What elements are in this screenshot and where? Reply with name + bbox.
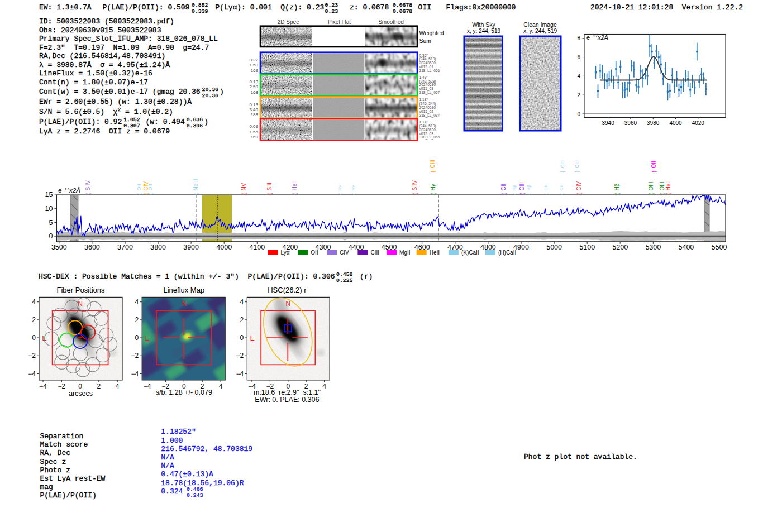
svg-text:2.59: 2.59 xyxy=(249,84,258,89)
svg-text:= 1.0(±0.2): = 1.0(±0.2) xyxy=(121,108,173,116)
svg-text:Weighted: Weighted xyxy=(419,30,444,36)
svg-text:5100: 5100 xyxy=(579,243,595,251)
svg-text:−4: −4 xyxy=(144,382,151,390)
svg-text:CIII: CIII xyxy=(430,160,436,169)
svg-text:0.852: 0.852 xyxy=(192,2,208,8)
svg-text:318_LL_056: 318_LL_056 xyxy=(419,135,440,140)
svg-text:{: { xyxy=(659,193,665,195)
svg-text:MgII: MgII xyxy=(399,250,410,256)
svg-text:20.36: 20.36 xyxy=(202,93,219,99)
svg-text:OII: OII xyxy=(651,161,657,168)
svg-text:−2: −2 xyxy=(58,382,65,390)
svg-text:−4: −4 xyxy=(28,370,36,378)
svg-text:2D Spec: 2D Spec xyxy=(278,19,299,25)
svg-text:1.55: 1.55 xyxy=(249,130,258,135)
svg-text:OIII: OIII xyxy=(659,181,665,190)
svg-text:OIII: OIII xyxy=(648,181,654,190)
svg-text:CIII: CIII xyxy=(519,182,525,191)
svg-text:SiIV: SiIV xyxy=(412,180,418,191)
svg-text:6: 6 xyxy=(577,54,580,60)
svg-text:0.458: 0.458 xyxy=(336,271,353,277)
svg-text:168: 168 xyxy=(251,90,259,95)
svg-text:P(Lyα): 0.001 Q(z): 0.23: P(Lyα): 0.001 Q(z): 0.23 xyxy=(215,3,324,12)
svg-text:Spec z: Spec z xyxy=(40,458,66,466)
svg-text:NeIII: NeIII xyxy=(193,179,199,190)
svg-text:2: 2 xyxy=(135,316,139,324)
svg-text:1.18252": 1.18252" xyxy=(161,428,196,436)
svg-text:{: { xyxy=(651,171,657,172)
svg-text:m:18.6 re:2.9" s:1.1": m:18.6 re:2.9" s:1.1" xyxy=(254,389,321,396)
svg-text:0.23: 0.23 xyxy=(325,2,338,8)
svg-text:x, y: 244, 519: x, y: 244, 519 xyxy=(467,28,500,34)
svg-text:Pixel Flat: Pixel Flat xyxy=(328,19,351,25)
svg-text:N/A: N/A xyxy=(161,453,174,462)
svg-text:N: N xyxy=(182,300,187,308)
svg-text:RA, Dec: RA, Dec xyxy=(40,449,70,457)
svg-text:{: { xyxy=(519,193,525,195)
svg-text:2: 2 xyxy=(577,92,580,98)
svg-text:{: { xyxy=(648,193,654,195)
svg-text:4500: 4500 xyxy=(382,243,397,251)
svg-text:216.546792, 48.703819: 216.546792, 48.703819 xyxy=(161,445,252,453)
svg-text:LyA z = 2.2746 OII z = 0.0679: LyA z = 2.2746 OII z = 0.0679 xyxy=(39,127,170,136)
svg-text:{: { xyxy=(526,193,531,195)
svg-text:CII: CII xyxy=(500,184,507,191)
svg-text:Primary Spec_Slot_IFU_AMP: 318: Primary Spec_Slot_IFU_AMP: 318_026_078_L… xyxy=(39,35,218,43)
svg-text:Obs: 20240630v015_5003522083: Obs: 20240630v015_5003522083 xyxy=(39,26,161,35)
svg-text:4600: 4600 xyxy=(414,243,430,251)
svg-text:0.09: 0.09 xyxy=(249,124,258,129)
svg-text:Match score: Match score xyxy=(40,440,88,449)
svg-text:{: { xyxy=(292,193,298,195)
svg-text:−2: −2 xyxy=(28,352,36,360)
svg-text:169: 169 xyxy=(251,68,259,73)
svg-text:λ = 3980.87Å σ = 4.95(±1.24)Å: λ = 3980.87Å σ = 4.95(±1.24)Å xyxy=(39,61,170,69)
svg-text:Sum: Sum xyxy=(419,37,432,44)
svg-text:{: { xyxy=(500,193,507,195)
svg-text:3600: 3600 xyxy=(84,243,100,251)
svg-text:ID: 5003522083 (5003522083.pdf: ID: 5003522083 (5003522083.pdf) xyxy=(39,17,174,26)
svg-text:0.13: 0.13 xyxy=(249,102,258,107)
svg-text:N/A: N/A xyxy=(161,462,174,470)
svg-text:(w: 0.494: (w: 0.494 xyxy=(141,118,185,126)
svg-text:Hβ: Hβ xyxy=(526,185,531,191)
svg-text:OIII: OIII xyxy=(559,184,564,191)
svg-text:0.23: 0.23 xyxy=(325,8,338,15)
svg-text:318_LL_056: 318_LL_056 xyxy=(419,69,440,73)
svg-text:arcsecs: arcsecs xyxy=(69,390,93,397)
svg-text:0: 0 xyxy=(577,111,580,117)
svg-text:0: 0 xyxy=(240,334,244,342)
svg-text:E: E xyxy=(250,334,255,342)
svg-text:OIII: OIII xyxy=(560,160,565,169)
svg-text:3940: 3940 xyxy=(602,120,614,126)
svg-text:): ) xyxy=(220,88,224,96)
svg-text:P(LAE)/P(OII): P(LAE)/P(OII) xyxy=(40,491,96,500)
svg-text:8: 8 xyxy=(577,35,580,41)
svg-text:5400: 5400 xyxy=(678,243,694,251)
svg-text:10: 10 xyxy=(45,205,53,213)
svg-text:Cont(w) = 3.50(±0.01)e-17 (gma: Cont(w) = 3.50(±0.01)e-17 (gmag 20.36 xyxy=(39,88,201,96)
svg-text:RA,Dec (216.546814,48.703491): RA,Dec (216.546814,48.703491) xyxy=(39,52,165,60)
svg-text:2: 2 xyxy=(240,316,244,324)
svg-text:(r): (r) xyxy=(360,272,373,281)
svg-text:Hγ: Hγ xyxy=(337,185,342,191)
svg-text:−2: −2 xyxy=(131,352,139,360)
svg-text:Phot z plot not available.: Phot z plot not available. xyxy=(524,453,637,461)
svg-text:169: 169 xyxy=(251,135,259,140)
svg-text:4100: 4100 xyxy=(249,243,265,251)
svg-text:0: 0 xyxy=(49,232,53,240)
svg-text:Est LyA rest-EW: Est LyA rest-EW xyxy=(40,475,105,483)
svg-text:0.324: 0.324 xyxy=(161,487,183,496)
svg-text:20.36: 20.36 xyxy=(202,87,219,93)
svg-text:{: { xyxy=(576,193,582,195)
svg-text:{: { xyxy=(266,193,273,195)
svg-text:0: 0 xyxy=(32,334,36,342)
svg-text:0.243: 0.243 xyxy=(187,492,203,499)
svg-text:(H)CaII: (H)CaII xyxy=(498,250,516,256)
svg-text:HSC-DEX : Possible Matches = 1: HSC-DEX : Possible Matches = 1 (within +… xyxy=(39,272,335,281)
svg-text:5500: 5500 xyxy=(712,243,727,251)
svg-text:Smoothed: Smoothed xyxy=(378,19,404,25)
svg-text:15: 15 xyxy=(45,191,53,199)
svg-text:0.22: 0.22 xyxy=(249,57,258,63)
svg-text:3700: 3700 xyxy=(117,243,133,251)
svg-text:4: 4 xyxy=(577,73,580,79)
